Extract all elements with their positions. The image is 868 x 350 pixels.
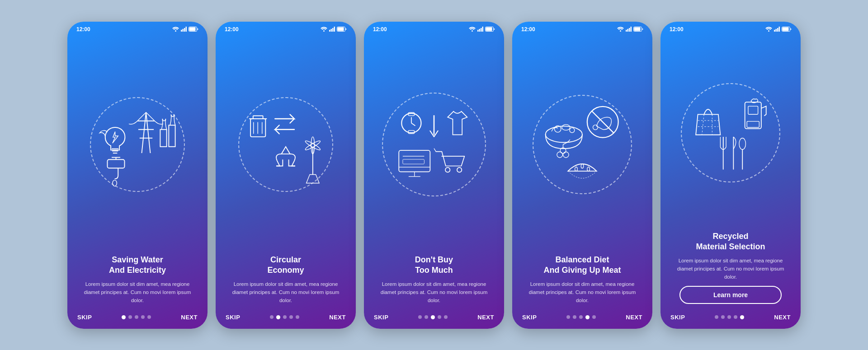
svg-rect-22 xyxy=(169,125,175,147)
svg-line-16 xyxy=(146,112,155,121)
skip-button-4[interactable]: SKIP xyxy=(522,314,537,321)
dot-4-3 xyxy=(585,315,590,319)
next-button-3[interactable]: NEXT xyxy=(477,314,494,321)
nav-dots-4 xyxy=(566,315,596,319)
svg-line-54 xyxy=(411,123,415,126)
svg-rect-99 xyxy=(747,121,759,127)
dot-2-2 xyxy=(283,315,287,319)
icon-area-2 xyxy=(216,34,356,255)
wifi-icon-2 xyxy=(321,27,327,32)
svg-rect-49 xyxy=(486,28,492,31)
next-button-1[interactable]: NEXT xyxy=(181,314,198,321)
svg-rect-17 xyxy=(108,159,125,168)
phone-title-1: Saving Water And Electricity xyxy=(77,255,198,275)
svg-point-72 xyxy=(546,126,582,142)
wifi-icon-4 xyxy=(617,27,624,32)
dot-5-1 xyxy=(721,315,725,319)
status-bar-3: 12:00 xyxy=(364,22,504,34)
next-button-2[interactable]: NEXT xyxy=(329,314,346,321)
svg-rect-45 xyxy=(479,29,481,32)
svg-rect-67 xyxy=(627,29,629,32)
status-icons-4 xyxy=(617,27,643,32)
phone-nav-1: SKIP NEXT xyxy=(67,309,208,329)
skip-button-5[interactable]: SKIP xyxy=(670,314,685,321)
dont-buy-icon xyxy=(391,102,477,187)
phone-desc-2: Lorem ipsum dolor sit dim amet, mea regi… xyxy=(226,280,346,304)
phone-5: 12:00 xyxy=(660,22,801,329)
dot-5-3 xyxy=(734,315,737,319)
svg-rect-87 xyxy=(774,30,775,32)
dot-2-1 xyxy=(276,315,280,319)
phone-content-3: Don't Buy Too Much Lorem ipsum dolor sit… xyxy=(364,255,504,309)
next-button-5[interactable]: NEXT xyxy=(774,314,791,321)
svg-rect-66 xyxy=(626,30,627,32)
svg-point-23 xyxy=(323,30,325,32)
svg-rect-25 xyxy=(331,29,332,32)
dot-1-4 xyxy=(147,315,151,319)
svg-rect-29 xyxy=(338,28,344,31)
svg-line-64 xyxy=(434,148,436,151)
battery-icon-5 xyxy=(782,27,792,32)
dashed-circle-4 xyxy=(533,95,632,194)
svg-rect-69 xyxy=(631,27,632,32)
svg-point-62 xyxy=(445,168,450,172)
dot-5-4 xyxy=(740,315,744,319)
svg-rect-24 xyxy=(329,30,330,32)
skip-button-1[interactable]: SKIP xyxy=(77,314,92,321)
phone-nav-3: SKIP NEXT xyxy=(364,309,504,329)
svg-rect-1 xyxy=(181,30,182,32)
status-bar-1: 12:00 xyxy=(67,22,208,34)
svg-rect-88 xyxy=(776,29,777,32)
phone-3: 12:00 xyxy=(364,22,504,329)
phone-desc-4: Lorem ipsum dolor sit dim amet, mea regi… xyxy=(522,280,642,304)
status-icons-5 xyxy=(765,27,792,32)
svg-point-74 xyxy=(562,124,570,130)
dot-1-0 xyxy=(122,315,126,319)
icon-area-5 xyxy=(660,34,801,232)
phone-nav-2: SKIP NEXT xyxy=(216,309,356,329)
svg-point-65 xyxy=(620,30,621,32)
learn-more-button[interactable]: Learn more xyxy=(679,286,782,304)
battery-icon-2 xyxy=(337,27,347,32)
dot-4-2 xyxy=(579,315,583,319)
svg-rect-46 xyxy=(481,28,482,32)
dashed-circle-1 xyxy=(90,97,185,192)
svg-rect-92 xyxy=(783,28,789,31)
phone-nav-5: SKIP NEXT xyxy=(660,309,801,329)
svg-rect-2 xyxy=(183,29,184,32)
svg-point-86 xyxy=(768,30,769,32)
status-time-5: 12:00 xyxy=(670,26,684,33)
svg-rect-6 xyxy=(189,28,196,31)
signal-icon-5 xyxy=(774,27,780,32)
skip-button-3[interactable]: SKIP xyxy=(374,314,388,321)
dot-5-2 xyxy=(727,315,731,319)
svg-line-10 xyxy=(142,112,146,153)
svg-point-85 xyxy=(587,167,590,171)
status-time-3: 12:00 xyxy=(373,26,387,33)
svg-rect-3 xyxy=(184,28,185,32)
next-button-4[interactable]: NEXT xyxy=(626,314,642,321)
nav-dots-1 xyxy=(122,315,151,319)
signal-icon-2 xyxy=(329,27,335,32)
phone-content-1: Saving Water And Electricity Lorem ipsum… xyxy=(67,255,208,309)
svg-point-75 xyxy=(570,128,575,133)
phone-1: 12:00 xyxy=(67,22,208,329)
status-bar-4: 12:00 xyxy=(512,22,652,34)
dot-2-3 xyxy=(289,315,293,319)
nav-dots-2 xyxy=(270,315,299,319)
battery-icon-3 xyxy=(485,27,495,32)
status-bar-2: 12:00 xyxy=(216,22,356,34)
nav-dots-5 xyxy=(715,315,744,319)
wifi-icon-3 xyxy=(469,27,476,32)
signal-icon xyxy=(181,27,187,32)
status-time-4: 12:00 xyxy=(521,26,535,33)
wifi-icon xyxy=(172,27,179,32)
dot-3-2 xyxy=(431,315,435,319)
recycled-material-icon xyxy=(688,90,774,176)
dot-3-4 xyxy=(444,315,448,319)
dot-4-0 xyxy=(566,315,570,319)
svg-rect-71 xyxy=(634,28,641,31)
skip-button-2[interactable]: SKIP xyxy=(226,314,240,321)
svg-point-20 xyxy=(113,180,117,186)
svg-line-95 xyxy=(702,114,704,135)
